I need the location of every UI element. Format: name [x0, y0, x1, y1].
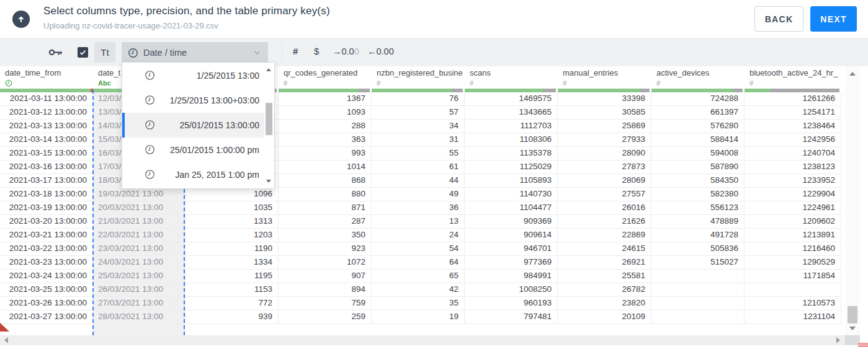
menu-scroll-thumb[interactable] — [266, 103, 272, 135]
table-cell: 661397 — [651, 106, 745, 119]
table-cell: 76 — [372, 92, 465, 105]
table-cell: 1203 — [186, 229, 279, 242]
table-cell: 26/03/2021 13:00 — [93, 283, 186, 296]
table-cell: 24 — [372, 229, 465, 242]
decrease-precision-button[interactable]: ←0.00 — [367, 46, 394, 56]
table-cell: 28069 — [558, 174, 651, 187]
table-cell: 759 — [279, 297, 372, 310]
horizontal-scrollbar[interactable] — [0, 335, 845, 345]
table-cell: 30585 — [558, 106, 651, 119]
column-quality-bar — [0, 89, 93, 92]
menu-option[interactable]: 25/01/2015 13:00:00 — [122, 113, 274, 138]
table-cell: 797481 — [465, 310, 558, 323]
scroll-right-button[interactable] — [836, 337, 840, 343]
table-cell: 1238464 — [745, 120, 841, 133]
table-cell: 1261266 — [745, 92, 841, 105]
column-header-bluetooth_active_24_hr_[interactable]: bluetooth_active_24_hr_# — [745, 66, 841, 92]
table-cell: 25581 — [558, 270, 651, 283]
table-cell: 55 — [372, 147, 465, 160]
table-cell: 57 — [372, 106, 465, 119]
table-cell: 584350 — [651, 174, 745, 187]
increase-precision-faded: 0 — [354, 46, 359, 56]
menu-option[interactable]: 25/01/2015 1:00:00 pm — [122, 138, 274, 162]
table-cell: 939 — [186, 310, 279, 323]
type-select[interactable]: Date / time — [122, 42, 268, 63]
table-cell: 49 — [372, 188, 465, 201]
table-cell: 20/03/2021 13:00 — [93, 201, 186, 214]
table-cell: 2021-03-15 13:00:00 — [0, 147, 93, 160]
column-header-scans[interactable]: scans# — [465, 66, 558, 92]
currency-type-button[interactable]: $ — [314, 46, 319, 56]
next-button[interactable]: NEXT — [810, 6, 857, 32]
column-quality-bar — [279, 89, 370, 92]
menu-option[interactable]: Jan 25, 2015 1:00 pm — [122, 162, 274, 187]
quality-green-segment — [372, 89, 452, 92]
menu-option-label: 25/01/2015 13:00:00 — [180, 120, 259, 130]
primary-key-icon[interactable] — [48, 48, 63, 59]
column-header-manual_entries[interactable]: manual_entries# — [558, 66, 651, 92]
column-name: nzbn_registered_busine — [377, 68, 463, 77]
table-cell: 868 — [279, 174, 372, 187]
table-cell: 23/03/2021 13:00 — [93, 242, 186, 255]
menu-scroll-up-button[interactable] — [266, 68, 271, 71]
table-cell: 1224961 — [745, 201, 841, 214]
scroll-left-button[interactable] — [4, 337, 8, 343]
table-cell: 907 — [279, 270, 372, 283]
quality-gray-segment — [770, 89, 839, 92]
table-cell: 21626 — [558, 215, 651, 228]
table-row: 2021-03-26 13:00:0027/03/2021 13:0077275… — [0, 297, 841, 310]
table-cell: 1231104 — [745, 310, 841, 323]
column-name: date_t — [98, 68, 120, 77]
page-subtitle: Uploading nz-covid-tracer-usage-2021-03-… — [43, 21, 218, 30]
menu-scroll-down-button[interactable] — [266, 180, 271, 183]
menu-option[interactable]: 1/25/2015 13:00+03:00 — [122, 88, 274, 113]
vertical-scrollbar[interactable] — [845, 66, 860, 335]
table-cell: 36 — [372, 201, 465, 214]
column-header-active_devices[interactable]: active_devices# — [651, 66, 745, 92]
menu-option-label: 1/25/2015 13:00+03:00 — [170, 95, 259, 105]
menu-option[interactable]: 1/25/2015 13:00 — [122, 63, 274, 88]
table-cell: 287 — [279, 215, 372, 228]
table-cell: 19 — [372, 310, 465, 323]
scroll-down-button[interactable] — [849, 327, 856, 330]
boolean-type-checkbox[interactable] — [78, 47, 88, 58]
back-button[interactable]: BACK — [754, 6, 803, 32]
column-header-nzbn_registered_busine[interactable]: nzbn_registered_busine# — [372, 66, 465, 92]
table-cell: 909614 — [465, 229, 558, 242]
table-cell: 588414 — [651, 133, 745, 146]
table-cell: 1209602 — [745, 215, 841, 228]
table-cell: 1093 — [279, 106, 372, 119]
column-quality-bar — [372, 89, 463, 92]
table-cell: 2021-03-17 13:00:00 — [0, 174, 93, 187]
table-cell: 1171854 — [745, 270, 841, 283]
column-type-indicator: # — [377, 79, 380, 87]
table-cell: 1213891 — [745, 229, 841, 242]
upload-icon — [12, 11, 30, 28]
table-cell: 22869 — [558, 229, 651, 242]
column-name: scans — [470, 68, 491, 77]
table-cell: 34 — [372, 120, 465, 133]
table-cell: 923 — [279, 242, 372, 255]
table-cell: 2021-03-22 13:00:00 — [0, 242, 93, 255]
table-cell: 25/03/2021 13:00 — [93, 270, 186, 283]
column-header-qr_codes_generated[interactable]: qr_codes_generated# — [279, 66, 372, 92]
quality-green-segment — [279, 89, 359, 92]
table-cell: 35 — [372, 297, 465, 310]
table-cell: 1008250 — [465, 283, 558, 296]
table-cell: 1153 — [186, 283, 279, 296]
quality-green-segment — [0, 89, 91, 92]
text-type-button[interactable]: Tt — [94, 42, 115, 63]
increase-precision-button[interactable]: →0.00 — [333, 46, 359, 56]
table-cell: 27873 — [558, 160, 651, 174]
wizard-header: Select columns type, precision, and the … — [0, 0, 868, 38]
table-row: 2021-03-22 13:00:0023/03/2021 13:0011909… — [0, 242, 841, 256]
arrow-left-icon: ← — [367, 46, 377, 56]
vertical-scroll-thumb[interactable] — [848, 306, 857, 323]
number-type-button[interactable]: # — [293, 46, 298, 56]
column-header-date_time_from[interactable]: date_time_from — [0, 66, 93, 92]
increase-precision-label: 0.0 — [342, 46, 354, 56]
menu-scrollbar[interactable] — [264, 63, 274, 188]
table-cell: 556123 — [651, 201, 745, 214]
table-cell: 31 — [372, 133, 465, 146]
scroll-up-button[interactable] — [849, 72, 856, 76]
